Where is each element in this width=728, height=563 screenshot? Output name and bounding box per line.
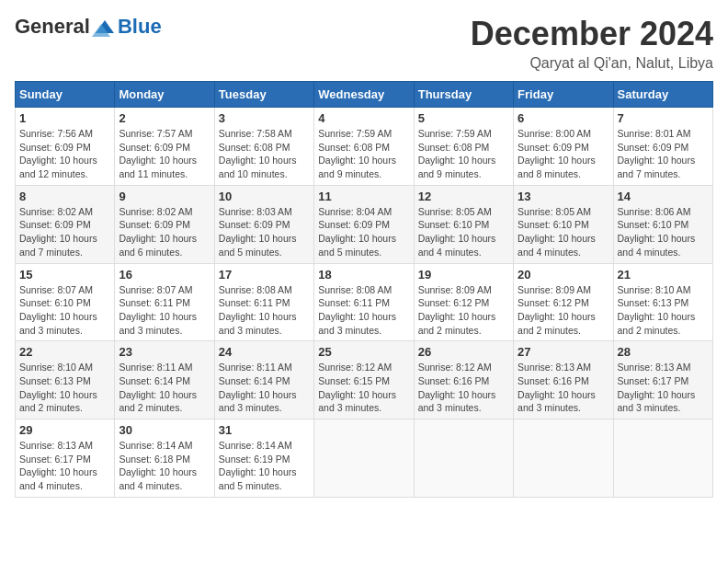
logo: General Blue (15, 15, 162, 39)
calendar-cell: 2 Sunrise: 7:57 AM Sunset: 6:09 PM Dayli… (115, 108, 214, 186)
calendar-cell: 17 Sunrise: 8:08 AM Sunset: 6:11 PM Dayl… (214, 263, 313, 341)
calendar-cell: 30 Sunrise: 8:14 AM Sunset: 6:18 PM Dayl… (115, 419, 214, 498)
day-number: 31 (219, 423, 310, 437)
day-number: 10 (219, 190, 310, 203)
calendar-cell: 22 Sunrise: 8:10 AM Sunset: 6:13 PM Dayl… (16, 341, 115, 419)
calendar-header-sunday: Sunday (16, 82, 115, 108)
day-number: 28 (618, 345, 709, 359)
day-detail: Sunrise: 8:02 AM Sunset: 6:09 PM Dayligh… (119, 205, 210, 259)
day-detail: Sunrise: 8:12 AM Sunset: 6:15 PM Dayligh… (318, 361, 409, 415)
calendar-cell: 27 Sunrise: 8:13 AM Sunset: 6:16 PM Dayl… (514, 341, 613, 419)
calendar-cell: 13 Sunrise: 8:05 AM Sunset: 6:10 PM Dayl… (514, 185, 613, 263)
day-number: 14 (618, 190, 709, 203)
calendar-week-row: 1 Sunrise: 7:56 AM Sunset: 6:09 PM Dayli… (16, 108, 713, 186)
day-detail: Sunrise: 7:59 AM Sunset: 6:08 PM Dayligh… (318, 127, 409, 181)
day-number: 18 (318, 268, 409, 282)
day-detail: Sunrise: 8:02 AM Sunset: 6:09 PM Dayligh… (19, 205, 110, 259)
calendar-cell: 29 Sunrise: 8:13 AM Sunset: 6:17 PM Dayl… (16, 419, 115, 498)
calendar-cell: 16 Sunrise: 8:07 AM Sunset: 6:11 PM Dayl… (115, 263, 214, 341)
day-detail: Sunrise: 8:07 AM Sunset: 6:10 PM Dayligh… (19, 283, 110, 338)
location-subtitle: Qaryat al Qi'an, Nalut, Libya (471, 55, 713, 72)
day-number: 29 (19, 423, 110, 437)
month-title: December 2024 (471, 15, 713, 53)
day-number: 23 (119, 345, 210, 359)
calendar-cell: 26 Sunrise: 8:12 AM Sunset: 6:16 PM Dayl… (414, 341, 513, 419)
day-detail: Sunrise: 7:58 AM Sunset: 6:08 PM Dayligh… (219, 127, 310, 181)
day-number: 5 (418, 111, 509, 125)
day-detail: Sunrise: 8:03 AM Sunset: 6:09 PM Dayligh… (219, 205, 310, 259)
day-number: 17 (219, 268, 310, 282)
header: General Blue December 2024 Qaryat al Qi'… (15, 15, 713, 72)
calendar-cell: 9 Sunrise: 8:02 AM Sunset: 6:09 PM Dayli… (115, 185, 214, 263)
day-number: 13 (518, 190, 609, 203)
day-number: 11 (318, 190, 409, 203)
calendar-cell: 28 Sunrise: 8:13 AM Sunset: 6:17 PM Dayl… (613, 341, 712, 419)
calendar-cell (314, 419, 414, 498)
day-detail: Sunrise: 8:04 AM Sunset: 6:09 PM Dayligh… (318, 205, 409, 259)
day-number: 15 (19, 268, 110, 282)
day-number: 16 (119, 268, 210, 282)
calendar-week-row: 15 Sunrise: 8:07 AM Sunset: 6:10 PM Dayl… (16, 263, 713, 341)
day-number: 24 (219, 345, 310, 359)
day-detail: Sunrise: 8:10 AM Sunset: 6:13 PM Dayligh… (19, 361, 110, 415)
day-detail: Sunrise: 8:10 AM Sunset: 6:13 PM Dayligh… (618, 283, 709, 338)
calendar-cell: 21 Sunrise: 8:10 AM Sunset: 6:13 PM Dayl… (613, 263, 712, 341)
day-number: 21 (618, 268, 709, 282)
day-detail: Sunrise: 8:14 AM Sunset: 6:19 PM Dayligh… (219, 439, 310, 493)
calendar-cell: 5 Sunrise: 7:59 AM Sunset: 6:08 PM Dayli… (414, 108, 513, 186)
calendar-cell: 4 Sunrise: 7:59 AM Sunset: 6:08 PM Dayli… (314, 108, 414, 186)
calendar-cell: 24 Sunrise: 8:11 AM Sunset: 6:14 PM Dayl… (214, 341, 313, 419)
day-detail: Sunrise: 8:09 AM Sunset: 6:12 PM Dayligh… (418, 283, 509, 338)
day-detail: Sunrise: 8:13 AM Sunset: 6:17 PM Dayligh… (19, 439, 110, 493)
day-detail: Sunrise: 7:56 AM Sunset: 6:09 PM Dayligh… (19, 127, 110, 181)
day-number: 12 (418, 190, 509, 203)
logo-blue: Blue (118, 15, 162, 39)
day-detail: Sunrise: 7:59 AM Sunset: 6:08 PM Dayligh… (418, 127, 509, 181)
day-detail: Sunrise: 8:00 AM Sunset: 6:09 PM Dayligh… (518, 127, 609, 181)
day-detail: Sunrise: 8:06 AM Sunset: 6:10 PM Dayligh… (618, 205, 709, 259)
day-number: 20 (518, 268, 609, 282)
day-detail: Sunrise: 8:13 AM Sunset: 6:16 PM Dayligh… (518, 361, 609, 415)
day-number: 9 (119, 190, 210, 203)
day-detail: Sunrise: 8:12 AM Sunset: 6:16 PM Dayligh… (418, 361, 509, 415)
day-number: 6 (518, 111, 609, 125)
day-detail: Sunrise: 8:08 AM Sunset: 6:11 PM Dayligh… (318, 283, 409, 338)
calendar-week-row: 8 Sunrise: 8:02 AM Sunset: 6:09 PM Dayli… (16, 185, 713, 263)
calendar-header-wednesday: Wednesday (314, 82, 414, 108)
day-number: 26 (418, 345, 509, 359)
day-number: 19 (418, 268, 509, 282)
day-detail: Sunrise: 8:05 AM Sunset: 6:10 PM Dayligh… (518, 205, 609, 259)
calendar-cell: 6 Sunrise: 8:00 AM Sunset: 6:09 PM Dayli… (514, 108, 613, 186)
day-number: 7 (618, 111, 709, 125)
day-detail: Sunrise: 8:09 AM Sunset: 6:12 PM Dayligh… (518, 283, 609, 338)
day-number: 3 (219, 111, 310, 125)
logo-icon (92, 17, 118, 37)
calendar-cell: 11 Sunrise: 8:04 AM Sunset: 6:09 PM Dayl… (314, 185, 414, 263)
calendar-header-friday: Friday (514, 82, 613, 108)
day-detail: Sunrise: 8:01 AM Sunset: 6:09 PM Dayligh… (618, 127, 709, 181)
calendar-header-saturday: Saturday (613, 82, 712, 108)
calendar-cell: 8 Sunrise: 8:02 AM Sunset: 6:09 PM Dayli… (16, 185, 115, 263)
calendar-cell (514, 419, 613, 498)
calendar-week-row: 29 Sunrise: 8:13 AM Sunset: 6:17 PM Dayl… (16, 419, 713, 498)
calendar-table: SundayMondayTuesdayWednesdayThursdayFrid… (15, 81, 713, 498)
calendar-cell: 7 Sunrise: 8:01 AM Sunset: 6:09 PM Dayli… (613, 108, 712, 186)
calendar-cell: 12 Sunrise: 8:05 AM Sunset: 6:10 PM Dayl… (414, 185, 513, 263)
day-number: 2 (119, 111, 210, 125)
day-detail: Sunrise: 8:11 AM Sunset: 6:14 PM Dayligh… (219, 361, 310, 415)
calendar-cell: 19 Sunrise: 8:09 AM Sunset: 6:12 PM Dayl… (414, 263, 513, 341)
title-area: December 2024 Qaryat al Qi'an, Nalut, Li… (471, 15, 713, 72)
calendar-header-tuesday: Tuesday (214, 82, 313, 108)
calendar-cell: 18 Sunrise: 8:08 AM Sunset: 6:11 PM Dayl… (314, 263, 414, 341)
day-detail: Sunrise: 7:57 AM Sunset: 6:09 PM Dayligh… (119, 127, 210, 181)
day-detail: Sunrise: 8:11 AM Sunset: 6:14 PM Dayligh… (119, 361, 210, 415)
day-detail: Sunrise: 8:13 AM Sunset: 6:17 PM Dayligh… (618, 361, 709, 415)
calendar-header-monday: Monday (115, 82, 214, 108)
day-detail: Sunrise: 8:07 AM Sunset: 6:11 PM Dayligh… (119, 283, 210, 338)
calendar-cell (613, 419, 712, 498)
day-number: 1 (19, 111, 110, 125)
day-detail: Sunrise: 8:08 AM Sunset: 6:11 PM Dayligh… (219, 283, 310, 338)
logo-general: General (15, 15, 90, 39)
calendar-cell (414, 419, 513, 498)
calendar-cell: 25 Sunrise: 8:12 AM Sunset: 6:15 PM Dayl… (314, 341, 414, 419)
